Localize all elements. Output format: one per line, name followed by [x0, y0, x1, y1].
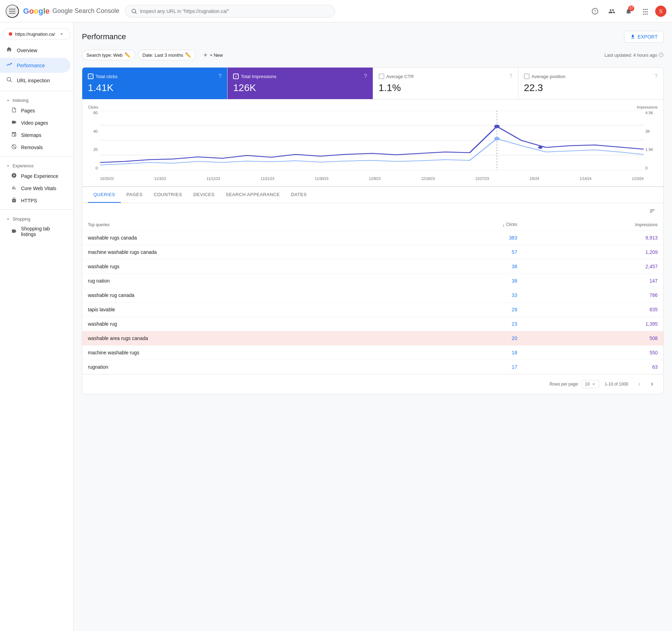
- metric-total-clicks[interactable]: ✓ Total clicks ? 1.41K: [82, 68, 227, 99]
- impressions-checkbox[interactable]: ✓: [233, 74, 239, 79]
- search-type-filter[interactable]: Search type: Web ✏️: [82, 50, 135, 60]
- sidebar-item-url-inspection[interactable]: URL inspection: [0, 73, 70, 88]
- shopping-icon: [11, 228, 17, 235]
- clicks-cell: 17: [415, 360, 523, 374]
- tab-queries[interactable]: QUERIES: [88, 187, 121, 203]
- site-url: https://rugnation.ca/: [15, 32, 56, 37]
- sidebar-item-https[interactable]: HTTPS: [0, 194, 70, 207]
- metric-total-impressions[interactable]: ✓ Total Impressions ? 126K: [227, 68, 373, 99]
- tab-countries[interactable]: COUNTRIES: [148, 187, 188, 203]
- y-right-mid2: 1.5K: [645, 147, 658, 152]
- query-cell: washable rugs: [82, 259, 415, 274]
- table-row[interactable]: washable rug canada 33 786: [82, 288, 663, 303]
- sidebar-item-shopping-tab[interactable]: Shopping tab listings: [0, 223, 70, 240]
- prev-page-button[interactable]: [634, 379, 645, 390]
- ctr-checkbox[interactable]: [379, 74, 384, 79]
- rows-select[interactable]: 10: [582, 380, 599, 388]
- site-selector[interactable]: https://rugnation.ca/: [3, 28, 70, 40]
- y-left-20: 20: [88, 147, 98, 152]
- sidebar: https://rugnation.ca/ Overview Performan…: [0, 22, 74, 631]
- apps-button[interactable]: [638, 4, 652, 18]
- query-cell: tapis lavable: [82, 303, 415, 317]
- table-row[interactable]: rug nation 38 147: [82, 274, 663, 288]
- sidebar-item-label: Page Experience: [21, 173, 58, 179]
- help-icon[interactable]: ?: [218, 73, 222, 79]
- metric-average-ctr[interactable]: Average CTR ? 1.1%: [373, 68, 518, 99]
- metric-label: Total clicks: [96, 74, 118, 79]
- tab-devices[interactable]: DEVICES: [188, 187, 220, 203]
- table-row[interactable]: machine washable rugs 18 550: [82, 346, 663, 360]
- indexing-section-header[interactable]: Indexing: [0, 94, 73, 104]
- url-search-input[interactable]: [140, 8, 329, 14]
- header: Google Google Search Console ? 37 S: [0, 0, 672, 22]
- table-row[interactable]: washable rugs canada 383 9,913: [82, 231, 663, 245]
- help-icon-2[interactable]: ?: [364, 73, 367, 79]
- chart-container: Clicks Impressions 60 40 20 0 4.5K 3K 1.…: [82, 99, 664, 187]
- experience-section-header[interactable]: Experience: [0, 159, 73, 170]
- table-row[interactable]: machine washable rugs canada 57 1,209: [82, 245, 663, 259]
- sidebar-item-label: Video pages: [21, 120, 48, 126]
- table-toolbar: [82, 203, 663, 219]
- y-right-min: 0: [645, 166, 658, 170]
- search-icon: [6, 76, 13, 84]
- avatar[interactable]: S: [655, 6, 666, 17]
- notifications-button[interactable]: 37: [622, 4, 636, 18]
- export-button[interactable]: EXPORT: [624, 31, 664, 43]
- tab-dates[interactable]: DATES: [285, 187, 312, 203]
- impressions-cell: 550: [523, 346, 663, 360]
- add-filter-button[interactable]: + New: [198, 50, 227, 60]
- tab-pages[interactable]: PAGES: [121, 187, 148, 203]
- edit-icon-2: ✏️: [185, 52, 191, 58]
- table-row[interactable]: washable area rugs canada 20 508: [82, 331, 663, 346]
- url-search-bar[interactable]: [125, 5, 335, 18]
- metric-average-position[interactable]: Average position ? 22.3: [518, 68, 663, 99]
- table-row[interactable]: washable rug 23 1,395: [82, 317, 663, 331]
- sidebar-item-pages[interactable]: Pages: [0, 104, 70, 117]
- clicks-cell: 29: [415, 303, 523, 317]
- performance-icon: [6, 61, 13, 69]
- people-button[interactable]: [605, 4, 619, 18]
- sidebar-divider: [0, 91, 73, 91]
- sidebar-item-performance[interactable]: Performance: [0, 58, 70, 73]
- page-experience-icon: [11, 173, 17, 179]
- table-row[interactable]: washable rugs 38 2,457: [82, 259, 663, 274]
- clicks-checkbox[interactable]: ✓: [88, 74, 93, 79]
- help-icon-3[interactable]: ?: [509, 73, 512, 79]
- download-icon: [630, 34, 636, 40]
- impressions-cell: 2,457: [523, 259, 663, 274]
- sort-down-icon: ↓: [502, 222, 505, 228]
- sidebar-item-video-pages[interactable]: Video pages: [0, 117, 70, 129]
- metric-value: 1.41K: [88, 82, 222, 93]
- sidebar-item-sitemaps[interactable]: Sitemaps: [0, 129, 70, 141]
- pagination-range: 1-10 of 1000: [605, 382, 628, 387]
- next-page-button[interactable]: [646, 379, 658, 390]
- queries-table: Top queries ↓ Clicks Impressions washabl…: [82, 219, 663, 374]
- table-row[interactable]: rugnation 17 63: [82, 360, 663, 374]
- impressions-cell: 63: [523, 360, 663, 374]
- table-row[interactable]: tapis lavable 29 835: [82, 303, 663, 317]
- sidebar-item-removals[interactable]: Removals: [0, 141, 70, 153]
- lock-icon: [11, 197, 17, 204]
- position-checkbox[interactable]: [524, 74, 530, 79]
- table-filter-button[interactable]: [647, 206, 658, 216]
- impressions-cell: 508: [523, 331, 663, 346]
- sidebar-item-core-web-vitals[interactable]: Core Web Vitals: [0, 182, 70, 194]
- sidebar-item-overview[interactable]: Overview: [0, 43, 70, 58]
- last-updated-text: Last updated: 4 hours ago: [604, 53, 657, 58]
- chevron-left-icon: [636, 381, 643, 387]
- query-cell: machine washable rugs: [82, 346, 415, 360]
- pages-icon: [11, 107, 17, 114]
- tab-search-appearance[interactable]: SEARCH APPEARANCE: [220, 187, 285, 203]
- y-left-40: 40: [88, 129, 98, 133]
- shopping-section-header[interactable]: Shopping: [0, 213, 73, 223]
- chevron-down-icon: [59, 31, 64, 37]
- metric-value: 126K: [233, 82, 367, 93]
- help-icon-4[interactable]: ?: [654, 73, 658, 79]
- chart-y-left-label: Clicks: [88, 105, 98, 109]
- sidebar-item-page-experience[interactable]: Page Experience: [0, 170, 70, 182]
- date-range-filter[interactable]: Date: Last 3 months ✏️: [138, 50, 196, 60]
- help-button[interactable]: ?: [588, 4, 602, 18]
- svg-rect-1: [9, 11, 15, 12]
- menu-button[interactable]: [6, 5, 19, 18]
- query-cell: machine washable rugs canada: [82, 245, 415, 259]
